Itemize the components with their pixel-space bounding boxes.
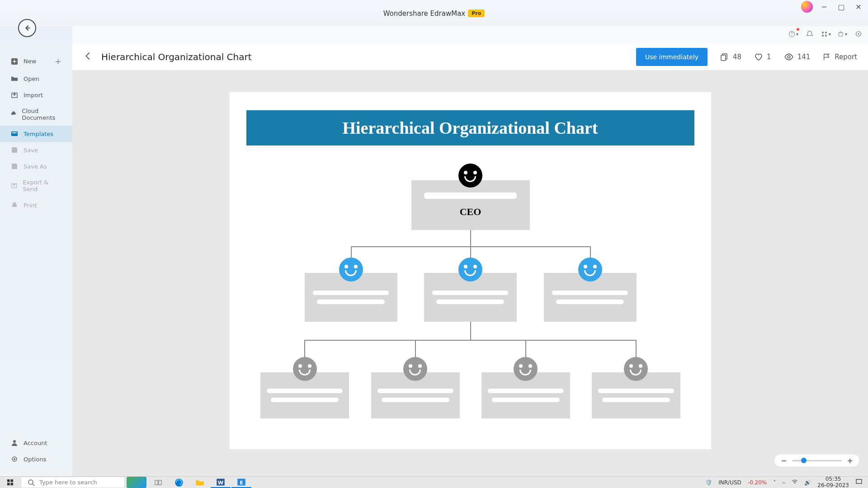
import-icon xyxy=(11,91,18,99)
templates-icon xyxy=(11,130,18,137)
print-icon xyxy=(11,202,18,209)
manager-face-icon xyxy=(339,258,363,282)
settings-icon[interactable] xyxy=(854,29,863,39)
svg-rect-12 xyxy=(822,32,824,33)
back-button[interactable] xyxy=(18,19,36,37)
template-header: Hierarchical Organizational Chart Use im… xyxy=(72,44,868,70)
save-icon xyxy=(11,146,18,154)
account-icon xyxy=(11,439,18,446)
user-avatar[interactable] xyxy=(801,1,813,13)
staff-face-icon xyxy=(624,357,648,381)
svg-rect-14 xyxy=(822,34,824,36)
export-label: Export & Send xyxy=(23,179,61,192)
edge-icon[interactable] xyxy=(169,477,189,488)
tray-battery-icon[interactable]: ⎓ xyxy=(782,479,785,486)
shop-icon[interactable]: ▾ xyxy=(837,29,847,39)
pro-badge: Pro xyxy=(468,9,485,17)
svg-text:?: ? xyxy=(791,32,793,36)
open-label: Open xyxy=(24,75,39,82)
chart-banner: Hierarchical Organizational Chart xyxy=(246,110,694,145)
svg-rect-3 xyxy=(12,132,17,133)
connector xyxy=(304,340,637,341)
views-stat: 141 xyxy=(784,52,811,62)
tray-volume-icon[interactable]: 🔊 xyxy=(804,479,811,486)
close-button[interactable]: ✕ xyxy=(853,1,864,13)
sidebar-new[interactable]: New + xyxy=(0,52,72,70)
sidebar-cloud[interactable]: Cloud Documents xyxy=(0,103,72,126)
tray-chevron-icon[interactable]: ˄ xyxy=(773,479,776,486)
sidebar-open[interactable]: Open xyxy=(0,70,72,87)
ceo-node[interactable]: CEO xyxy=(411,180,530,230)
start-button[interactable] xyxy=(0,477,20,488)
manager-face-icon xyxy=(578,258,602,282)
canvas-area: Hierarchical Organizational Chart CEO xyxy=(72,70,868,476)
weather-icon[interactable]: 🛡️ xyxy=(705,479,712,486)
zoom-slider[interactable] xyxy=(792,460,841,461)
cloud-icon xyxy=(11,111,16,118)
taskview-icon[interactable] xyxy=(148,477,168,488)
sidebar-account[interactable]: Account xyxy=(0,435,72,451)
report-label: Report xyxy=(835,53,857,61)
print-label: Print xyxy=(24,202,37,209)
sidebar-options[interactable]: Options xyxy=(0,451,72,467)
taskbar-search[interactable]: Type here to search xyxy=(21,477,125,488)
tray-wifi-icon[interactable] xyxy=(792,479,798,486)
svg-rect-26 xyxy=(155,480,158,485)
zoom-control[interactable]: − + xyxy=(774,454,860,467)
sidebar: New + Open Import Cloud Documents Templa… xyxy=(0,0,72,476)
svg-rect-2 xyxy=(11,131,18,136)
sidebar-save: Save xyxy=(0,142,72,158)
svg-rect-33 xyxy=(856,479,862,483)
sidebar-import[interactable]: Import xyxy=(0,87,72,103)
apps-icon[interactable]: ▾ xyxy=(821,29,831,39)
zoom-in-icon[interactable]: + xyxy=(847,456,853,465)
new-label: New xyxy=(24,58,36,65)
sidebar-templates[interactable]: Templates xyxy=(0,126,72,142)
tray-time: 05:35 xyxy=(817,476,849,482)
use-immediately-button[interactable]: Use immediately xyxy=(636,48,708,66)
manager-face-icon xyxy=(458,258,482,282)
report-button[interactable]: Report xyxy=(823,53,857,61)
word-icon[interactable]: W xyxy=(211,477,231,488)
zoom-out-icon[interactable]: − xyxy=(781,456,787,465)
notification-icon[interactable] xyxy=(855,478,863,487)
ceo-label: CEO xyxy=(460,206,481,218)
folder-icon xyxy=(11,75,18,82)
explorer-icon[interactable] xyxy=(190,477,210,488)
cortana-icon[interactable] xyxy=(127,477,146,488)
ceo-face-icon xyxy=(458,164,482,188)
header-back-icon[interactable] xyxy=(83,51,93,63)
import-label: Import xyxy=(24,92,43,99)
views-count: 141 xyxy=(797,53,811,61)
svg-point-7 xyxy=(13,440,16,443)
saveas-label: Save As xyxy=(24,163,47,170)
maximize-button[interactable]: ▢ xyxy=(835,1,847,13)
svg-rect-13 xyxy=(825,32,827,33)
tray-clock[interactable]: 05:35 26-09-2023 xyxy=(817,476,849,488)
sidebar-export: Export & Send xyxy=(0,174,72,197)
staff-face-icon xyxy=(403,357,427,381)
bell-icon[interactable] xyxy=(805,29,815,39)
likes-stat[interactable]: 1 xyxy=(754,52,771,61)
svg-rect-5 xyxy=(12,204,17,207)
copies-stat[interactable]: 48 xyxy=(720,52,741,61)
currency-change[interactable]: -0.20% xyxy=(748,479,767,486)
add-icon[interactable]: + xyxy=(55,56,61,66)
svg-point-20 xyxy=(788,56,790,58)
svg-rect-22 xyxy=(10,479,13,482)
account-label: Account xyxy=(24,440,47,446)
svg-rect-23 xyxy=(7,483,9,485)
app-title: Wondershare EdrawMax xyxy=(383,9,466,18)
connector xyxy=(304,340,305,359)
connector xyxy=(525,340,526,359)
svg-text:W: W xyxy=(218,480,224,486)
save-label: Save xyxy=(24,147,38,154)
currency-pair[interactable]: INR/USD xyxy=(718,479,741,486)
svg-rect-6 xyxy=(13,202,16,204)
edrawmax-icon[interactable]: E xyxy=(231,477,251,488)
org-chart-canvas[interactable]: Hierarchical Organizational Chart CEO xyxy=(230,92,711,449)
minimize-button[interactable]: ─ xyxy=(818,1,830,13)
page-title: Hierarchical Organizational Chart xyxy=(101,52,252,62)
help-icon[interactable]: ?▾ xyxy=(788,29,798,39)
sidebar-print: Print xyxy=(0,197,72,213)
